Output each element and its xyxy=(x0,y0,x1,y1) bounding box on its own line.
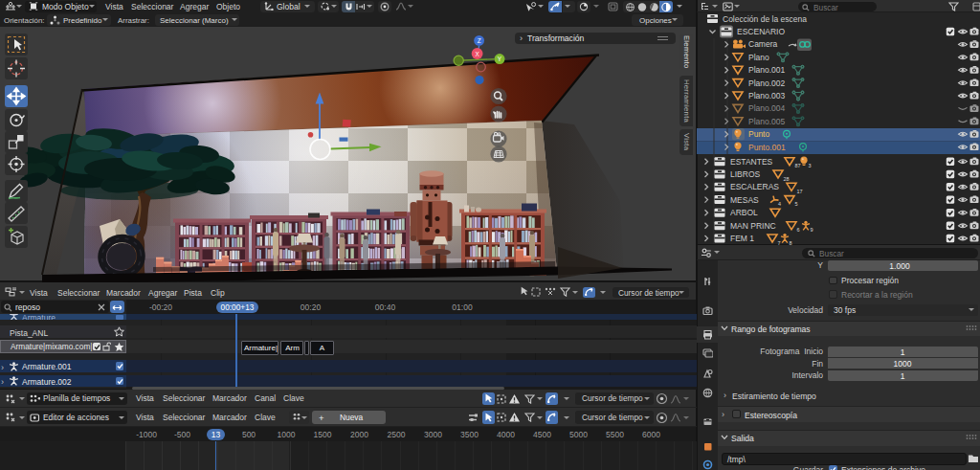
svg-text:28: 28 xyxy=(784,176,790,182)
svg-text:X: X xyxy=(475,51,479,57)
svg-text:Camera: Camera xyxy=(748,39,778,49)
svg-text:Colección de la escena: Colección de la escena xyxy=(723,14,807,24)
svg-text:Plano.002: Plano.002 xyxy=(748,78,786,88)
svg-text:Punto: Punto xyxy=(748,129,769,139)
svg-text:MESAS: MESAS xyxy=(730,195,759,205)
svg-text:6: 6 xyxy=(797,227,800,233)
svg-text:Plano: Plano xyxy=(748,53,769,62)
svg-text:ESCALERAS: ESCALERAS xyxy=(730,182,779,191)
svg-text:Z: Z xyxy=(478,37,481,44)
svg-text:5: 5 xyxy=(795,201,798,207)
svg-text:Plano.003: Plano.003 xyxy=(748,91,786,101)
svg-text:17: 17 xyxy=(797,189,803,194)
svg-text:4: 4 xyxy=(778,201,781,207)
svg-text:87: 87 xyxy=(795,163,801,168)
svg-text:LIBROS: LIBROS xyxy=(730,169,761,179)
svg-text:7: 7 xyxy=(778,240,781,246)
svg-text:Plano.004: Plano.004 xyxy=(748,103,786,113)
svg-text:3: 3 xyxy=(809,163,812,168)
svg-text:Plano.005: Plano.005 xyxy=(748,117,786,126)
svg-text:FEM 1: FEM 1 xyxy=(730,234,754,243)
svg-text:ARBOL: ARBOL xyxy=(730,208,758,217)
svg-text:9: 9 xyxy=(811,227,813,233)
svg-text:Y: Y xyxy=(498,56,502,62)
svg-text:MAN PRINC: MAN PRINC xyxy=(730,221,776,231)
svg-text:ESTANTES: ESTANTES xyxy=(730,157,773,167)
svg-text:Plano.001: Plano.001 xyxy=(748,65,786,75)
svg-text:ESCENARIO: ESCENARIO xyxy=(737,27,785,36)
svg-text:Punto.001: Punto.001 xyxy=(748,143,786,152)
svg-text:8: 8 xyxy=(790,240,792,246)
